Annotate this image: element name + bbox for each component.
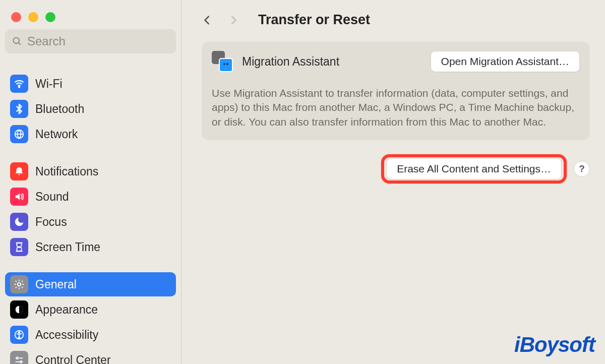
sidebar-item-wifi[interactable]: Wi-Fi [5,72,176,96]
sidebar-item-label: Bluetooth [35,102,84,116]
annotation-highlight: Erase All Content and Settings… [381,154,567,184]
sidebar-item-bluetooth[interactable]: Bluetooth [5,97,176,121]
wifi-icon [10,75,28,93]
sidebar-item-screen-time[interactable]: Screen Time [5,235,176,259]
bluetooth-icon [10,100,28,118]
appearance-icon [10,300,28,319]
sidebar-item-sound[interactable]: Sound [5,185,176,209]
page-title: Transfer or Reset [258,12,370,28]
help-button[interactable]: ? [574,161,590,177]
sidebar-item-label: Wi-Fi [35,77,63,91]
open-migration-assistant-button[interactable]: Open Migration Assistant… [431,51,580,72]
sidebar-item-label: Appearance [35,303,98,317]
sidebar-item-control-center[interactable]: Control Center [5,348,176,364]
sidebar-item-focus[interactable]: Focus [5,210,176,234]
sidebar-list: Wi-Fi Bluetooth Network Notifications [0,59,181,364]
sidebar-item-appearance[interactable]: Appearance [5,297,176,322]
screen-time-icon [10,238,28,256]
svg-rect-4 [16,242,23,244]
sidebar-item-network[interactable]: Network [5,122,176,146]
search-icon [12,36,22,47]
sidebar: Wi-Fi Bluetooth Network Notifications [0,0,182,364]
focus-icon [10,213,28,231]
maximize-window-button[interactable] [45,12,55,22]
window-controls [0,4,181,29]
svg-point-9 [19,332,20,333]
sound-icon [10,188,28,206]
notifications-icon [10,162,28,180]
sidebar-item-label: Sound [35,190,69,204]
sidebar-item-label: Accessibility [35,328,98,342]
general-icon [10,275,28,293]
sidebar-item-label: Screen Time [35,240,100,254]
accessibility-icon [10,326,28,344]
svg-point-10 [17,357,19,359]
migration-assistant-title: Migration Assistant [242,55,339,69]
nav-header: Transfer or Reset [202,12,590,28]
svg-point-0 [13,38,19,44]
sidebar-item-accessibility[interactable]: Accessibility [5,323,176,347]
migration-assistant-card: Migration Assistant Open Migration Assis… [202,42,590,140]
search-input[interactable] [27,34,169,48]
main-content: Transfer or Reset Migration Assistant Op… [182,0,605,364]
minimize-window-button[interactable] [28,12,38,22]
watermark: iBoysoft [514,333,595,357]
close-window-button[interactable] [11,12,21,22]
svg-point-13 [20,361,22,363]
sidebar-item-label: Network [35,128,78,141]
sidebar-item-general[interactable]: General [5,272,176,296]
sidebar-item-notifications[interactable]: Notifications [5,159,176,184]
erase-all-content-button[interactable]: Erase All Content and Settings… [386,158,562,179]
svg-point-6 [18,283,21,286]
erase-row: Erase All Content and Settings… ? [202,154,590,184]
network-icon [10,125,28,143]
search-field[interactable] [5,29,176,53]
nav-forward-button[interactable] [228,15,239,26]
migration-assistant-description: Use Migration Assistant to transfer info… [212,86,580,129]
control-center-icon [10,351,28,364]
svg-point-2 [19,86,20,87]
sidebar-item-label: Notifications [35,165,98,178]
sidebar-item-label: General [35,278,77,291]
migration-assistant-icon [212,51,233,72]
sidebar-item-label: Control Center [35,353,111,365]
nav-back-button[interactable] [202,15,213,26]
svg-rect-5 [16,251,23,252]
sidebar-item-label: Focus [35,215,67,229]
svg-line-1 [18,42,20,44]
